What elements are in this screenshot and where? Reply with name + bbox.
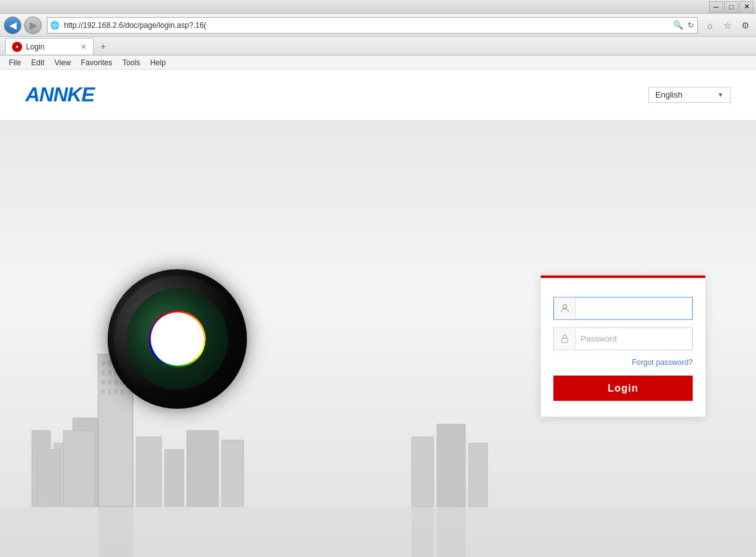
svg-rect-17 bbox=[101, 389, 105, 394]
language-dropdown-arrow: ▼ bbox=[717, 91, 724, 98]
login-button[interactable]: Login bbox=[553, 375, 693, 400]
menu-view[interactable]: View bbox=[49, 57, 76, 68]
lens-color-ring bbox=[149, 311, 206, 368]
annke-logo: ANNKE bbox=[25, 83, 94, 106]
menu-file[interactable]: File bbox=[4, 57, 26, 68]
tab-label: Login bbox=[26, 42, 44, 51]
username-input[interactable] bbox=[576, 304, 692, 313]
svg-rect-33 bbox=[412, 506, 434, 557]
svg-rect-31 bbox=[222, 440, 244, 506]
password-icon bbox=[554, 328, 576, 349]
svg-rect-34 bbox=[437, 506, 465, 557]
svg-rect-24 bbox=[38, 449, 60, 506]
menu-help[interactable]: Help bbox=[145, 57, 171, 68]
svg-rect-23 bbox=[63, 430, 95, 506]
lens-ring1 bbox=[114, 276, 241, 402]
language-selector[interactable]: English ▼ bbox=[648, 87, 731, 103]
login-panel: Forgot password? Login bbox=[541, 275, 705, 416]
hero-section: Forgot password? Login bbox=[0, 120, 756, 557]
svg-rect-29 bbox=[165, 449, 184, 506]
svg-rect-13 bbox=[101, 380, 105, 385]
menu-tools[interactable]: Tools bbox=[117, 57, 145, 68]
settings-button[interactable]: ⚙ bbox=[738, 18, 752, 32]
close-button[interactable]: ✕ bbox=[740, 1, 753, 13]
svg-rect-5 bbox=[101, 361, 105, 366]
menu-edit[interactable]: Edit bbox=[26, 57, 49, 68]
svg-rect-27 bbox=[469, 443, 488, 506]
titlebar: ─ □ ✕ bbox=[0, 0, 756, 14]
new-tab-button[interactable]: + bbox=[94, 38, 113, 54]
browser-toolbar: ◀ ▶ 🌐 http://192.168.2.6/doc/page/login.… bbox=[0, 14, 756, 37]
tab-bar: ● Login ✕ + bbox=[0, 37, 756, 56]
lens-inner bbox=[149, 311, 206, 368]
svg-rect-28 bbox=[136, 437, 161, 506]
svg-rect-32 bbox=[98, 506, 133, 557]
back-button[interactable]: ◀ bbox=[4, 16, 22, 34]
password-field-container bbox=[553, 327, 693, 350]
lens-outer bbox=[108, 269, 247, 409]
address-refresh-button[interactable]: ↻ bbox=[684, 18, 697, 33]
svg-rect-9 bbox=[101, 370, 105, 375]
home-button[interactable]: ⌂ bbox=[703, 18, 717, 32]
tab-login[interactable]: ● Login ✕ bbox=[5, 38, 94, 54]
address-search-button[interactable]: 🔍 bbox=[672, 18, 684, 33]
minimize-button[interactable]: ─ bbox=[709, 1, 723, 13]
tab-close-button[interactable]: ✕ bbox=[80, 42, 87, 51]
page-header: ANNKE English ▼ bbox=[0, 70, 756, 120]
camera-lens bbox=[108, 269, 247, 409]
username-icon bbox=[554, 297, 576, 319]
address-text: http://192.168.2.6/doc/page/login.asp?.1… bbox=[61, 21, 672, 30]
favorites-button[interactable]: ☆ bbox=[721, 18, 734, 32]
forgot-password-link[interactable]: Forgot password? bbox=[553, 357, 693, 366]
maximize-button[interactable]: □ bbox=[724, 1, 738, 13]
svg-rect-30 bbox=[187, 430, 218, 506]
svg-rect-26 bbox=[437, 424, 465, 506]
forward-button[interactable]: ▶ bbox=[24, 16, 42, 34]
menu-favorites[interactable]: Favorites bbox=[76, 57, 117, 68]
menu-bar: File Edit View Favorites Tools Help bbox=[0, 56, 756, 70]
tab-favicon: ● bbox=[12, 42, 22, 52]
username-field-container bbox=[553, 297, 693, 319]
password-input[interactable] bbox=[576, 334, 692, 343]
lens-ring2 bbox=[127, 288, 228, 390]
svg-rect-36 bbox=[562, 338, 567, 342]
page-content: ANNKE English ▼ bbox=[0, 70, 756, 557]
svg-point-35 bbox=[563, 304, 567, 308]
svg-rect-25 bbox=[412, 437, 434, 506]
address-bar[interactable]: 🌐 http://192.168.2.6/doc/page/login.asp?… bbox=[47, 17, 698, 34]
language-selected: English bbox=[655, 90, 683, 99]
address-favicon: 🌐 bbox=[47, 18, 61, 32]
browser-controls-right: ⌂ ☆ ⚙ bbox=[703, 18, 752, 32]
